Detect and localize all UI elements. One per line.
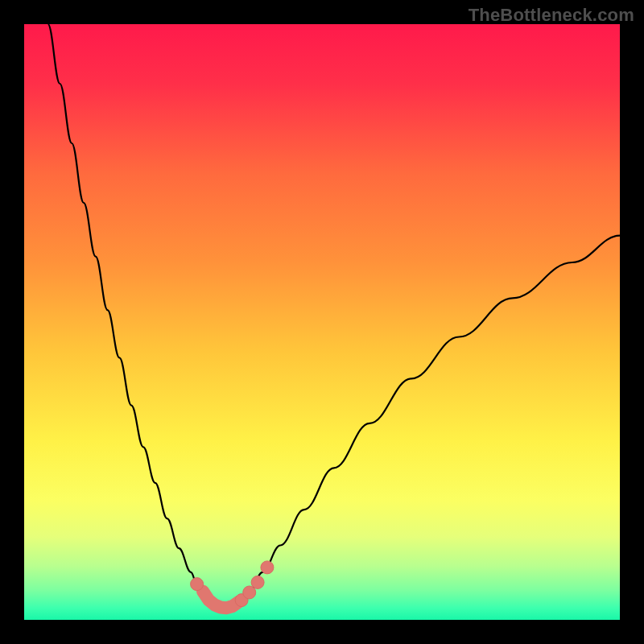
- curve-marker: [261, 561, 274, 574]
- curve-marker: [191, 578, 204, 591]
- watermark-text: TheBottleneck.com: [469, 5, 634, 26]
- curve-marker: [251, 576, 264, 588]
- chart-svg: [24, 24, 620, 620]
- gradient-background: [24, 24, 620, 620]
- chart-frame: TheBottleneck.com: [0, 0, 644, 644]
- plot-area: [24, 24, 620, 620]
